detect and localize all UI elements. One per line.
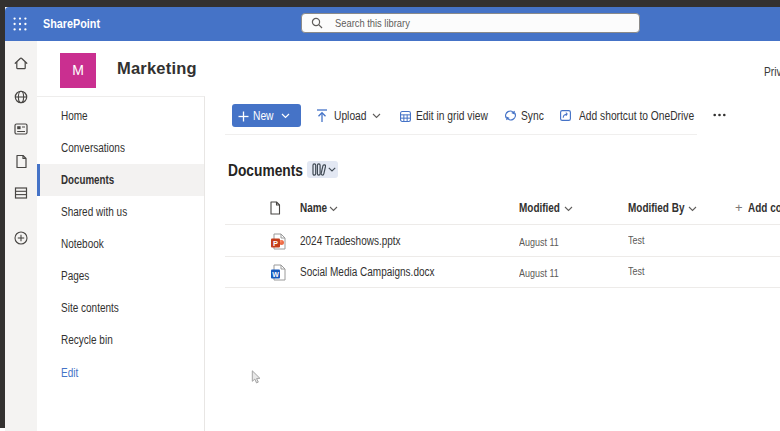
svg-text:W: W [272, 271, 279, 278]
svg-text:P: P [273, 239, 278, 248]
